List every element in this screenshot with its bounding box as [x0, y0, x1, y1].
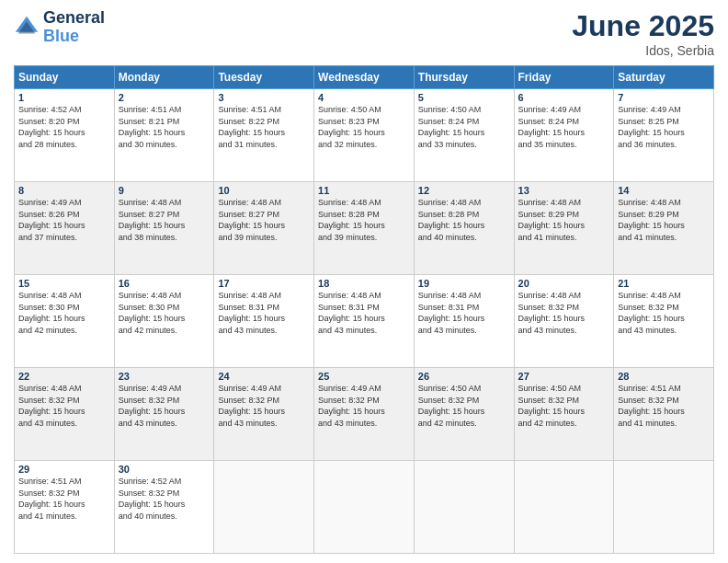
calendar-week-row: 8Sunrise: 4:49 AM Sunset: 8:26 PM Daylig…	[15, 182, 714, 275]
day-number: 18	[318, 278, 410, 289]
day-info: Sunrise: 4:48 AM Sunset: 8:31 PM Dayligh…	[318, 290, 410, 336]
header: General Blue June 2025 Idos, Serbia	[14, 9, 714, 58]
day-info: Sunrise: 4:50 AM Sunset: 8:32 PM Dayligh…	[418, 383, 510, 429]
day-info: Sunrise: 4:48 AM Sunset: 8:27 PM Dayligh…	[218, 197, 310, 243]
calendar-cell	[314, 461, 415, 554]
calendar-cell	[614, 461, 714, 554]
calendar-week-row: 15Sunrise: 4:48 AM Sunset: 8:30 PM Dayli…	[15, 275, 714, 368]
calendar-cell: 28Sunrise: 4:51 AM Sunset: 8:32 PM Dayli…	[614, 368, 714, 461]
day-number: 1	[18, 92, 110, 103]
day-info: Sunrise: 4:51 AM Sunset: 8:21 PM Dayligh…	[119, 104, 210, 150]
logo: General Blue	[14, 9, 105, 46]
calendar-cell: 9Sunrise: 4:48 AM Sunset: 8:27 PM Daylig…	[114, 182, 214, 275]
day-number: 23	[119, 371, 210, 382]
day-info: Sunrise: 4:48 AM Sunset: 8:30 PM Dayligh…	[18, 290, 110, 336]
day-info: Sunrise: 4:51 AM Sunset: 8:32 PM Dayligh…	[618, 383, 710, 429]
calendar-cell: 8Sunrise: 4:49 AM Sunset: 8:26 PM Daylig…	[15, 182, 115, 275]
calendar-cell: 25Sunrise: 4:49 AM Sunset: 8:32 PM Dayli…	[314, 368, 415, 461]
calendar-cell	[514, 461, 614, 554]
day-info: Sunrise: 4:48 AM Sunset: 8:32 PM Dayligh…	[18, 383, 110, 429]
day-info: Sunrise: 4:48 AM Sunset: 8:28 PM Dayligh…	[418, 197, 510, 243]
day-number: 2	[119, 92, 210, 103]
day-number: 25	[318, 371, 410, 382]
day-number: 27	[518, 371, 610, 382]
calendar-table: SundayMondayTuesdayWednesdayThursdayFrid…	[14, 65, 714, 554]
calendar-header-row: SundayMondayTuesdayWednesdayThursdayFrid…	[15, 66, 714, 89]
calendar-cell: 15Sunrise: 4:48 AM Sunset: 8:30 PM Dayli…	[15, 275, 115, 368]
day-info: Sunrise: 4:49 AM Sunset: 8:32 PM Dayligh…	[218, 383, 310, 429]
day-number: 26	[418, 371, 510, 382]
calendar-cell: 2Sunrise: 4:51 AM Sunset: 8:21 PM Daylig…	[114, 89, 214, 182]
calendar-week-row: 29Sunrise: 4:51 AM Sunset: 8:32 PM Dayli…	[15, 461, 714, 554]
calendar-cell: 12Sunrise: 4:48 AM Sunset: 8:28 PM Dayli…	[414, 182, 514, 275]
day-number: 4	[318, 92, 410, 103]
calendar-cell: 29Sunrise: 4:51 AM Sunset: 8:32 PM Dayli…	[15, 461, 115, 554]
day-number: 9	[119, 185, 210, 196]
calendar-week-row: 22Sunrise: 4:48 AM Sunset: 8:32 PM Dayli…	[15, 368, 714, 461]
day-number: 11	[318, 185, 410, 196]
day-number: 12	[418, 185, 510, 196]
day-number: 19	[418, 278, 510, 289]
day-number: 20	[518, 278, 610, 289]
day-header-monday: Monday	[114, 66, 214, 89]
day-number: 6	[518, 92, 610, 103]
day-number: 13	[518, 185, 610, 196]
day-header-sunday: Sunday	[15, 66, 115, 89]
calendar-cell: 16Sunrise: 4:48 AM Sunset: 8:30 PM Dayli…	[114, 275, 214, 368]
calendar-cell: 1Sunrise: 4:52 AM Sunset: 8:20 PM Daylig…	[15, 89, 115, 182]
day-info: Sunrise: 4:51 AM Sunset: 8:32 PM Dayligh…	[18, 476, 110, 522]
calendar-cell: 18Sunrise: 4:48 AM Sunset: 8:31 PM Dayli…	[314, 275, 415, 368]
calendar-cell: 20Sunrise: 4:48 AM Sunset: 8:32 PM Dayli…	[514, 275, 614, 368]
calendar-cell	[214, 461, 314, 554]
day-info: Sunrise: 4:48 AM Sunset: 8:30 PM Dayligh…	[119, 290, 210, 336]
day-number: 16	[119, 278, 210, 289]
day-info: Sunrise: 4:49 AM Sunset: 8:32 PM Dayligh…	[119, 383, 210, 429]
page: General Blue June 2025 Idos, Serbia Sund…	[0, 0, 728, 563]
day-info: Sunrise: 4:51 AM Sunset: 8:22 PM Dayligh…	[218, 104, 310, 150]
day-header-thursday: Thursday	[414, 66, 514, 89]
calendar-cell: 5Sunrise: 4:50 AM Sunset: 8:24 PM Daylig…	[414, 89, 514, 182]
day-header-friday: Friday	[514, 66, 614, 89]
day-number: 24	[218, 371, 310, 382]
calendar-cell	[414, 461, 514, 554]
day-number: 28	[618, 371, 710, 382]
calendar-cell: 23Sunrise: 4:49 AM Sunset: 8:32 PM Dayli…	[114, 368, 214, 461]
logo-icon	[14, 15, 40, 40]
title-area: June 2025 Idos, Serbia	[572, 9, 714, 58]
day-info: Sunrise: 4:49 AM Sunset: 8:25 PM Dayligh…	[618, 104, 710, 150]
day-info: Sunrise: 4:48 AM Sunset: 8:29 PM Dayligh…	[518, 197, 610, 243]
day-info: Sunrise: 4:48 AM Sunset: 8:32 PM Dayligh…	[618, 290, 710, 336]
calendar-cell: 4Sunrise: 4:50 AM Sunset: 8:23 PM Daylig…	[314, 89, 415, 182]
calendar-cell: 10Sunrise: 4:48 AM Sunset: 8:27 PM Dayli…	[214, 182, 314, 275]
month-title: June 2025	[572, 9, 714, 43]
calendar-cell: 19Sunrise: 4:48 AM Sunset: 8:31 PM Dayli…	[414, 275, 514, 368]
day-info: Sunrise: 4:48 AM Sunset: 8:31 PM Dayligh…	[218, 290, 310, 336]
day-number: 10	[218, 185, 310, 196]
day-info: Sunrise: 4:52 AM Sunset: 8:20 PM Dayligh…	[18, 104, 110, 150]
day-info: Sunrise: 4:50 AM Sunset: 8:24 PM Dayligh…	[418, 104, 510, 150]
day-info: Sunrise: 4:52 AM Sunset: 8:32 PM Dayligh…	[119, 476, 210, 522]
day-number: 14	[618, 185, 710, 196]
day-info: Sunrise: 4:48 AM Sunset: 8:32 PM Dayligh…	[518, 290, 610, 336]
day-number: 7	[618, 92, 710, 103]
day-number: 8	[18, 185, 110, 196]
day-number: 21	[618, 278, 710, 289]
day-info: Sunrise: 4:48 AM Sunset: 8:29 PM Dayligh…	[618, 197, 710, 243]
day-info: Sunrise: 4:50 AM Sunset: 8:23 PM Dayligh…	[318, 104, 410, 150]
day-info: Sunrise: 4:49 AM Sunset: 8:26 PM Dayligh…	[18, 197, 110, 243]
day-number: 22	[18, 371, 110, 382]
calendar-cell: 27Sunrise: 4:50 AM Sunset: 8:32 PM Dayli…	[514, 368, 614, 461]
calendar-cell: 11Sunrise: 4:48 AM Sunset: 8:28 PM Dayli…	[314, 182, 415, 275]
day-number: 29	[18, 464, 110, 475]
calendar-cell: 14Sunrise: 4:48 AM Sunset: 8:29 PM Dayli…	[614, 182, 714, 275]
calendar-cell: 30Sunrise: 4:52 AM Sunset: 8:32 PM Dayli…	[114, 461, 214, 554]
calendar-week-row: 1Sunrise: 4:52 AM Sunset: 8:20 PM Daylig…	[15, 89, 714, 182]
day-header-saturday: Saturday	[614, 66, 714, 89]
calendar-cell: 24Sunrise: 4:49 AM Sunset: 8:32 PM Dayli…	[214, 368, 314, 461]
day-info: Sunrise: 4:49 AM Sunset: 8:24 PM Dayligh…	[518, 104, 610, 150]
location: Idos, Serbia	[572, 43, 714, 58]
day-number: 3	[218, 92, 310, 103]
logo-text: General Blue	[43, 9, 105, 46]
calendar-cell: 21Sunrise: 4:48 AM Sunset: 8:32 PM Dayli…	[614, 275, 714, 368]
day-number: 30	[119, 464, 210, 475]
